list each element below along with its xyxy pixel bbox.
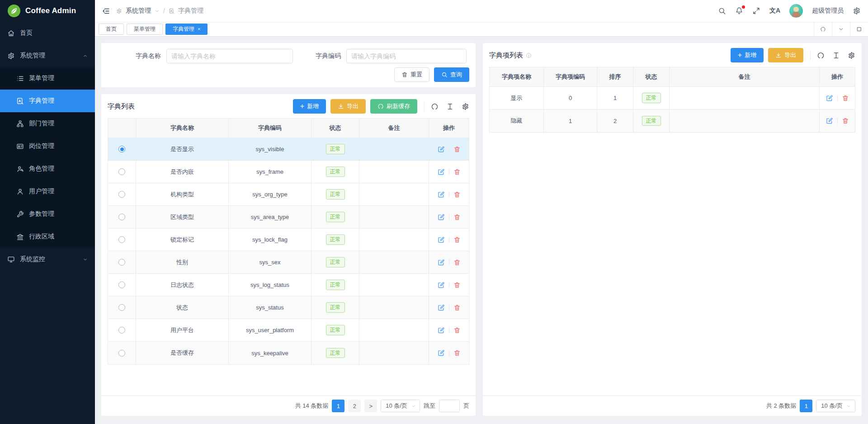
maximize-content-button[interactable] xyxy=(850,22,868,36)
delete-button[interactable] xyxy=(453,349,461,357)
sidebar-item-user-mgmt[interactable]: 用户管理 xyxy=(0,180,95,203)
page-button-1[interactable]: 1 xyxy=(800,400,812,412)
collapse-sidebar-button[interactable] xyxy=(102,7,110,15)
table-row[interactable]: 是否显示 sys_visible 正常 xyxy=(108,138,469,161)
edit-button[interactable] xyxy=(438,327,445,334)
add-dict-button[interactable]: + 新增 xyxy=(293,99,326,114)
search-button[interactable] xyxy=(718,7,726,15)
table-row[interactable]: 是否缓存 sys_keepalive 正常 xyxy=(108,342,469,364)
tab-menu-mgmt[interactable]: 菜单管理 xyxy=(127,24,163,35)
add-dict-item-button[interactable]: + 新增 xyxy=(731,48,764,62)
refresh-table-icon[interactable] xyxy=(431,103,439,110)
sidebar-item-role-mgmt[interactable]: 角色管理 xyxy=(0,157,95,180)
row-radio[interactable] xyxy=(118,327,125,333)
edit-button[interactable] xyxy=(438,191,445,198)
delete-button[interactable] xyxy=(453,304,461,311)
table-row[interactable]: 机构类型 sys_org_type 正常 xyxy=(108,183,469,206)
edit-button[interactable] xyxy=(438,146,445,153)
sidebar-item-param-mgmt[interactable]: 参数管理 xyxy=(0,203,95,225)
row-radio[interactable] xyxy=(118,214,125,220)
table-row[interactable]: 状态 sys_status 正常 xyxy=(108,296,469,319)
query-button[interactable]: 查询 xyxy=(434,67,469,82)
table-row[interactable]: 性别 sys_sex 正常 xyxy=(108,251,469,274)
language-switch-button[interactable]: 文A xyxy=(769,7,780,15)
table-row[interactable]: 区域类型 sys_area_type 正常 xyxy=(108,206,469,229)
sidebar-item-dept-mgmt[interactable]: 部门管理 xyxy=(0,112,95,135)
table-row[interactable]: 日志状态 sys_log_status 正常 xyxy=(108,274,469,296)
page-size-select[interactable]: 10 条/页 xyxy=(816,400,855,412)
delete-button[interactable] xyxy=(453,281,461,289)
refresh-cache-button[interactable]: 刷新缓存 xyxy=(370,99,417,114)
delete-button[interactable] xyxy=(842,95,849,102)
sidebar-item-admin-region[interactable]: 行政区域 xyxy=(0,225,95,248)
edit-button[interactable] xyxy=(438,259,445,266)
sidebar-item-dict-mgmt[interactable]: 字典管理 xyxy=(0,90,95,112)
delete-button[interactable] xyxy=(453,214,461,221)
column-settings-icon[interactable] xyxy=(848,52,855,59)
refresh-table-icon[interactable] xyxy=(817,52,825,59)
row-radio[interactable] xyxy=(118,236,125,243)
row-radio[interactable] xyxy=(118,191,125,198)
row-radio[interactable] xyxy=(118,281,125,288)
next-page-button[interactable]: > xyxy=(364,400,377,412)
row-radio[interactable] xyxy=(118,350,125,357)
delete-button[interactable] xyxy=(453,191,461,198)
sidebar-group-system[interactable]: 系统管理 xyxy=(0,44,95,67)
sidebar-item-post-mgmt[interactable]: 岗位管理 xyxy=(0,135,95,157)
dict-name-input[interactable] xyxy=(166,49,293,63)
breadcrumb-root[interactable]: 系统管理 xyxy=(126,7,151,15)
delete-button[interactable] xyxy=(453,327,461,334)
table-row[interactable]: 隐藏 1 2 正常 xyxy=(490,110,855,132)
row-radio[interactable] xyxy=(118,146,125,152)
edit-button[interactable] xyxy=(438,236,445,243)
avatar[interactable] xyxy=(789,4,803,18)
row-height-icon[interactable] xyxy=(446,103,454,110)
table-row[interactable]: 用户平台 sys_user_platform 正常 xyxy=(108,319,469,342)
edit-button[interactable] xyxy=(438,281,445,289)
delete-button[interactable] xyxy=(453,146,461,153)
row-radio[interactable] xyxy=(118,259,125,266)
delete-button[interactable] xyxy=(453,259,461,266)
fullscreen-button[interactable] xyxy=(752,7,760,15)
edit-button[interactable] xyxy=(438,168,445,176)
table-row[interactable]: 锁定标记 sys_lock_flag 正常 xyxy=(108,229,469,251)
close-icon[interactable]: × xyxy=(198,27,200,32)
jump-label: 跳至 xyxy=(424,402,435,410)
page-button-1[interactable]: 1 xyxy=(332,400,344,412)
tab-home[interactable]: 首页 xyxy=(99,24,124,35)
row-height-icon[interactable] xyxy=(832,52,840,59)
row-radio[interactable] xyxy=(118,304,125,311)
sidebar-item-menu-mgmt[interactable]: 菜单管理 xyxy=(0,67,95,90)
sidebar-item-home[interactable]: 首页 xyxy=(0,22,95,44)
chevron-down-icon[interactable] xyxy=(155,9,160,14)
settings-button[interactable] xyxy=(853,7,861,15)
page-button-2[interactable]: 2 xyxy=(348,400,361,412)
sidebar-group-monitor[interactable]: 系统监控 xyxy=(0,248,95,271)
dict-code-input[interactable] xyxy=(346,49,467,63)
logo[interactable]: Coffee Admin xyxy=(0,0,95,22)
table-row[interactable]: 是否内嵌 sys_frame 正常 xyxy=(108,161,469,183)
page-size-select[interactable]: 10 条/页 xyxy=(381,400,420,412)
delete-button[interactable] xyxy=(453,236,461,243)
delete-button[interactable] xyxy=(453,168,461,176)
row-radio[interactable] xyxy=(118,168,125,175)
delete-button[interactable] xyxy=(842,117,849,124)
reset-button[interactable]: 重置 xyxy=(394,67,429,82)
notifications-button[interactable] xyxy=(735,7,743,15)
tab-list-dropdown-button[interactable] xyxy=(832,22,850,36)
export-dict-item-button[interactable]: 导出 xyxy=(768,48,803,62)
edit-button[interactable] xyxy=(826,95,833,102)
tab-dict-mgmt[interactable]: 字典管理 × xyxy=(165,24,208,35)
refresh-tab-button[interactable] xyxy=(814,22,832,36)
edit-button[interactable] xyxy=(438,214,445,221)
status-badge: 正常 xyxy=(326,167,345,177)
username[interactable]: 超级管理员 xyxy=(812,7,844,15)
jump-page-input[interactable] xyxy=(439,400,460,412)
edit-button[interactable] xyxy=(438,304,445,311)
edit-button[interactable] xyxy=(826,117,833,124)
edit-button[interactable] xyxy=(438,349,445,357)
info-icon[interactable] xyxy=(526,52,532,58)
table-row[interactable]: 显示 0 1 正常 xyxy=(490,87,855,110)
export-dict-button[interactable]: 导出 xyxy=(330,99,366,114)
column-settings-icon[interactable] xyxy=(462,103,469,110)
